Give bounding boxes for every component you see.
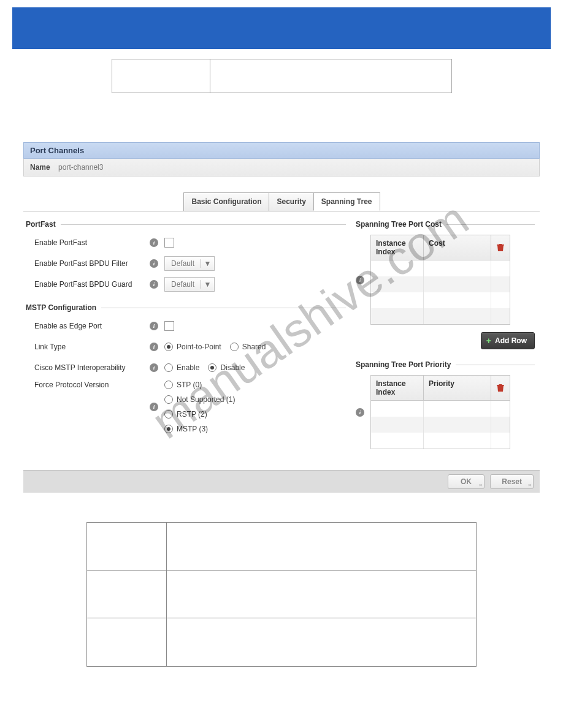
col-instance-index[interactable]: Instance Index bbox=[371, 235, 424, 260]
radio-label: Shared bbox=[242, 343, 266, 351]
add-row-label: Add Row bbox=[495, 336, 527, 345]
tabs: Basic Configuration Security Spanning Tr… bbox=[23, 192, 540, 211]
svg-rect-2 bbox=[497, 385, 504, 386]
checkbox-enable-portfast[interactable] bbox=[164, 238, 174, 248]
trash-icon bbox=[497, 384, 504, 392]
row-force-version: Force Protocol Version i STP (0) Not Sup… bbox=[34, 381, 346, 433]
checkbox-edge-port[interactable] bbox=[164, 321, 174, 331]
radio-fv-not-supported[interactable]: Not Supported (1) bbox=[164, 395, 235, 404]
mstp-header: MSTP Configuration bbox=[26, 303, 346, 312]
info-icon[interactable]: i bbox=[150, 403, 158, 411]
tab-basic-configuration[interactable]: Basic Configuration bbox=[183, 192, 269, 211]
chevron-down-icon: ▼ bbox=[201, 280, 214, 289]
table-row[interactable] bbox=[371, 433, 510, 449]
info-icon[interactable]: i bbox=[150, 280, 158, 289]
info-icon[interactable]: i bbox=[356, 276, 364, 284]
lower-table-cell bbox=[167, 571, 476, 618]
lower-table-cell bbox=[87, 618, 167, 666]
tab-security[interactable]: Security bbox=[269, 192, 313, 211]
info-icon[interactable]: i bbox=[150, 259, 158, 268]
info-icon[interactable]: i bbox=[150, 322, 158, 330]
radio-interop-enable[interactable]: Enable bbox=[164, 363, 199, 372]
col-delete[interactable] bbox=[491, 235, 510, 260]
upper-table-cell bbox=[112, 59, 210, 93]
portfast-header: PortFast bbox=[26, 220, 346, 229]
mstp-header-label: MSTP Configuration bbox=[26, 303, 96, 312]
upper-table-cell bbox=[210, 59, 451, 93]
row-edge-port: Enable as Edge Port i bbox=[34, 318, 346, 334]
ok-label: OK bbox=[461, 477, 472, 486]
cost-header-label: Spanning Tree Port Cost bbox=[356, 220, 442, 229]
row-bpdu-guard: Enable PortFast BPDU Guard i Default ▼ bbox=[34, 276, 346, 292]
select-bpdu-guard[interactable]: Default ▼ bbox=[164, 277, 215, 292]
divider bbox=[446, 224, 535, 225]
radio-link-p2p[interactable]: Point-to-Point bbox=[164, 343, 221, 351]
label-enable-portfast: Enable PortFast bbox=[34, 238, 150, 247]
row-enable-portfast: Enable PortFast i bbox=[34, 235, 346, 251]
label-force-version: Force Protocol Version bbox=[34, 381, 150, 389]
info-icon[interactable]: i bbox=[150, 363, 158, 372]
priority-table: Instance Index Priority bbox=[370, 375, 510, 449]
divider bbox=[61, 224, 346, 225]
row-link-type: Link Type i Point-to-Point Shared bbox=[34, 339, 346, 355]
info-icon[interactable]: i bbox=[150, 238, 158, 247]
row-interop: Cisco MSTP Interoperability i Enable Dis… bbox=[34, 360, 346, 376]
table-header: Instance Index Priority bbox=[371, 376, 510, 401]
divider bbox=[101, 308, 346, 308]
col-delete[interactable] bbox=[491, 376, 510, 400]
lower-table-cell bbox=[87, 523, 167, 570]
radio-fv-stp[interactable]: STP (0) bbox=[164, 381, 235, 389]
select-value: Default bbox=[165, 259, 201, 268]
top-banner bbox=[12, 7, 551, 49]
select-value: Default bbox=[165, 280, 201, 289]
reset-label: Reset bbox=[502, 477, 522, 486]
portfast-header-label: PortFast bbox=[26, 220, 56, 229]
lower-table-cell bbox=[167, 618, 476, 666]
table-header: Instance Index Cost bbox=[371, 235, 510, 260]
name-bar: Name port-channel3 bbox=[23, 159, 540, 176]
info-icon[interactable]: i bbox=[356, 408, 364, 417]
table-row[interactable] bbox=[371, 308, 510, 324]
radio-label: Point-to-Point bbox=[177, 343, 221, 351]
table-row[interactable] bbox=[371, 260, 510, 276]
radio-label: Disable bbox=[220, 363, 245, 372]
footer-bar: OK× Reset× bbox=[23, 470, 540, 493]
radio-link-shared[interactable]: Shared bbox=[230, 343, 266, 351]
table-row[interactable] bbox=[371, 417, 510, 433]
cost-header: Spanning Tree Port Cost bbox=[356, 220, 535, 229]
upper-empty-table bbox=[112, 59, 452, 93]
radio-interop-disable[interactable]: Disable bbox=[208, 363, 245, 372]
table-row[interactable] bbox=[371, 276, 510, 292]
radio-label: RSTP (2) bbox=[177, 410, 207, 419]
tab-spanning-tree[interactable]: Spanning Tree bbox=[313, 192, 380, 211]
lower-empty-table bbox=[86, 522, 477, 667]
table-row[interactable] bbox=[371, 292, 510, 308]
col-instance-index[interactable]: Instance Index bbox=[371, 376, 424, 400]
radio-fv-rstp[interactable]: RSTP (2) bbox=[164, 410, 235, 419]
radio-label: Not Supported (1) bbox=[177, 395, 235, 404]
name-value: port-channel3 bbox=[58, 163, 103, 172]
add-row-button[interactable]: + Add Row bbox=[481, 332, 535, 349]
info-icon[interactable]: i bbox=[150, 343, 158, 351]
ok-button[interactable]: OK× bbox=[448, 474, 484, 489]
col-priority[interactable]: Priority bbox=[424, 376, 491, 400]
label-bpdu-filter: Enable PortFast BPDU Filter bbox=[34, 259, 150, 268]
select-bpdu-filter[interactable]: Default ▼ bbox=[164, 256, 215, 271]
label-edge-port: Enable as Edge Port bbox=[34, 322, 150, 330]
radio-label: Enable bbox=[177, 363, 199, 372]
radio-label: STP (0) bbox=[177, 381, 202, 389]
panel-title: Port Channels bbox=[23, 142, 540, 159]
table-row[interactable] bbox=[371, 401, 510, 417]
priority-header-label: Spanning Tree Port Priority bbox=[356, 360, 451, 369]
divider bbox=[456, 365, 535, 365]
lower-table-cell bbox=[167, 523, 476, 570]
plus-icon: + bbox=[486, 336, 491, 346]
reset-button[interactable]: Reset× bbox=[490, 474, 534, 489]
col-cost[interactable]: Cost bbox=[424, 235, 491, 260]
radio-fv-mstp[interactable]: MSTP (3) bbox=[164, 425, 235, 433]
label-interop: Cisco MSTP Interoperability bbox=[34, 363, 150, 372]
priority-header: Spanning Tree Port Priority bbox=[356, 360, 535, 369]
radio-label: MSTP (3) bbox=[177, 425, 208, 433]
chevron-down-icon: ▼ bbox=[201, 259, 214, 268]
trash-icon bbox=[497, 243, 504, 252]
